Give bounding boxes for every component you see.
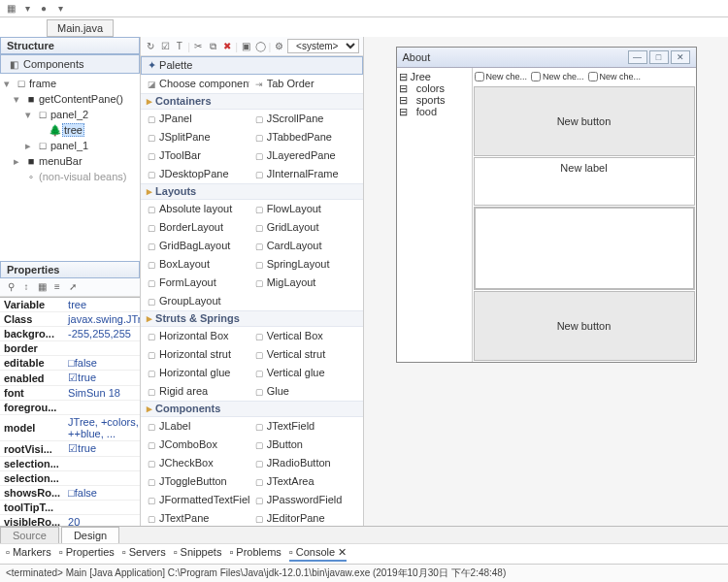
palette-item[interactable]: ▢JComboBox (147, 436, 249, 453)
tree-node[interactable]: ▾■getContentPane() (2, 91, 138, 107)
sort-icon[interactable]: ↕ (19, 280, 33, 294)
file-tab[interactable]: Main.java (47, 19, 114, 37)
palette-item[interactable]: ▢JCheckBox (147, 455, 249, 471)
palette-item[interactable]: ▢JSplitPane (147, 129, 249, 146)
tool-icon[interactable]: ▦ (4, 2, 17, 16)
text-icon[interactable]: T (173, 40, 185, 53)
palette-item[interactable]: ▢GridBagLayout (147, 238, 249, 254)
laf-select[interactable]: <system> (287, 39, 359, 53)
palette-item[interactable]: ▢JLabel (147, 418, 249, 435)
prop-icon[interactable]: ≡ (50, 280, 64, 294)
property-row[interactable]: border (0, 341, 140, 356)
preview-checkbox[interactable]: New che... (588, 72, 642, 81)
tree-node[interactable]: ▸□panel_1 (2, 138, 138, 153)
filter-icon[interactable]: ⚲ (4, 280, 17, 294)
palette-category[interactable]: Layouts (141, 183, 363, 200)
palette-item[interactable]: ▢Glue (254, 383, 357, 400)
choose-component[interactable]: ◪Choose component (147, 76, 249, 92)
palette-category[interactable]: Containers (141, 93, 363, 110)
palette-item[interactable]: ▢Vertical Box (254, 328, 357, 344)
tree-node[interactable]: ▾□panel_2 (2, 107, 138, 122)
palette-item[interactable]: ▢BoxLayout (147, 256, 249, 273)
palette-body[interactable]: Containers▢JPanel▢JScrollPane▢JSplitPane… (141, 93, 363, 526)
palette-item[interactable]: ▢Vertical strut (254, 346, 357, 363)
preview-new-button-2[interactable]: New button (474, 291, 695, 361)
refresh-icon[interactable]: ↻ (145, 40, 157, 53)
palette-item[interactable]: ▢JPanel (147, 111, 249, 127)
dropdown-icon[interactable]: ▾ (20, 2, 34, 16)
palette-item[interactable]: ▢CardLayout (254, 238, 357, 254)
palette-item[interactable]: ▢GridLayout (254, 219, 357, 236)
preview-checkbox[interactable]: New che... (475, 72, 528, 81)
palette-item[interactable]: ▢MigLayout (254, 275, 357, 291)
property-row[interactable]: editable□false (0, 356, 140, 371)
dropdown-icon[interactable]: ▾ (53, 2, 67, 16)
palette-item[interactable]: ▢JTextArea (254, 473, 357, 490)
palette-item[interactable]: ▢JScrollPane (254, 111, 357, 127)
palette-item[interactable]: ▢JButton (254, 436, 357, 453)
palette-item[interactable]: ▢JPasswordField (254, 492, 357, 508)
palette-item[interactable]: ▢BorderLayout (147, 219, 249, 236)
component-tree[interactable]: ▾□frame▾■getContentPane()▾□panel_2🌲tree▸… (0, 74, 140, 186)
palette-item[interactable]: ▢JTabbedPane (254, 129, 357, 146)
preview-new-button-1[interactable]: New button (474, 86, 695, 156)
prop-icon[interactable]: ▦ (35, 280, 49, 294)
palette-item[interactable]: ▢JTextPane (147, 510, 249, 526)
view-tab[interactable]: ▫ Properties (59, 546, 115, 562)
tool-icon[interactable]: ◯ (254, 40, 267, 53)
property-row[interactable]: enabled☑true (0, 371, 140, 386)
design-canvas[interactable]: About — □ ✕ ⊟ Jree⊟ colors⊟ sports⊟ food… (364, 37, 728, 526)
goto-icon[interactable]: ➚ (66, 280, 80, 294)
preview-icon[interactable]: ▣ (240, 40, 252, 53)
palette-item[interactable]: ▢JLayeredPane (254, 147, 357, 164)
minimize-button[interactable]: — (628, 50, 647, 64)
property-row[interactable]: backgro...-255,255,255 (0, 327, 140, 341)
palette-category[interactable]: Struts & Springs (141, 310, 363, 327)
view-tab[interactable]: ▫ Markers (6, 546, 51, 562)
property-row[interactable]: visibleRo...20 (0, 515, 140, 526)
tree-node[interactable]: ◦(non-visual beans) (2, 169, 138, 184)
maximize-button[interactable]: □ (649, 50, 669, 64)
palette-item[interactable]: ▢Vertical glue (254, 365, 357, 381)
view-tab[interactable]: ▫ Problems (229, 546, 281, 562)
palette-item[interactable]: ▢JToggleButton (147, 473, 249, 490)
view-tab[interactable]: ▫ Snippets (174, 546, 222, 562)
palette-item[interactable]: ▢JTextField (254, 418, 357, 435)
delete-icon[interactable]: ✖ (220, 40, 233, 53)
palette-item[interactable]: ▢Horizontal glue (147, 365, 249, 381)
palette-category[interactable]: Components (141, 401, 363, 417)
preview-checkbox[interactable]: New che... (531, 72, 584, 81)
tree-node[interactable]: ▸■menuBar (2, 153, 138, 169)
property-row[interactable]: showsRo...□false (0, 486, 140, 501)
preview-tree[interactable]: ⊟ Jree⊟ colors⊟ sports⊟ food (397, 68, 473, 362)
property-row[interactable]: fontSimSun 18 (0, 386, 140, 401)
copy-icon[interactable]: ⧉ (207, 40, 219, 53)
palette-item[interactable]: ▢SpringLayout (254, 256, 357, 273)
palette-item[interactable]: ▢JRadioButton (254, 455, 357, 471)
palette-item[interactable]: ▢GroupLayout (147, 293, 249, 309)
palette-item[interactable]: ▢JDesktopPane (147, 166, 249, 182)
palette-item[interactable]: ▢FlowLayout (254, 201, 357, 217)
palette-item[interactable]: ▢JFormattedTextField (147, 492, 249, 508)
palette-item[interactable]: ▢Absolute layout (147, 201, 249, 217)
palette-item[interactable]: ▢JInternalFrame (254, 166, 357, 182)
palette-item[interactable]: ▢JEditorPane (254, 510, 357, 526)
palette-item[interactable]: ▢FormLayout (147, 275, 249, 291)
tree-node[interactable]: ▾□frame (2, 76, 138, 91)
property-row[interactable]: selection... (0, 457, 140, 471)
close-button[interactable]: ✕ (671, 50, 690, 64)
palette-item[interactable]: ▢JToolBar (147, 147, 249, 164)
tab-source[interactable]: Source (0, 527, 59, 543)
gear-icon[interactable]: ⚙ (273, 40, 285, 53)
tree-node[interactable]: 🌲tree (2, 122, 138, 138)
tab-order[interactable]: ⇥Tab Order (254, 76, 357, 92)
view-tab[interactable]: ▫ Console ✕ (289, 546, 347, 562)
cut-icon[interactable]: ✂ (192, 40, 205, 53)
tab-design[interactable]: Design (61, 527, 119, 543)
property-row[interactable]: Classjavax.swing.JTree (0, 312, 140, 327)
property-row[interactable]: rootVisi...☑true (0, 441, 140, 457)
palette-item[interactable]: ▢Rigid area (147, 383, 249, 400)
property-row[interactable]: Variabletree (0, 298, 140, 312)
property-row[interactable]: toolTipT... (0, 501, 140, 515)
palette-item[interactable]: ▢Horizontal strut (147, 346, 249, 363)
